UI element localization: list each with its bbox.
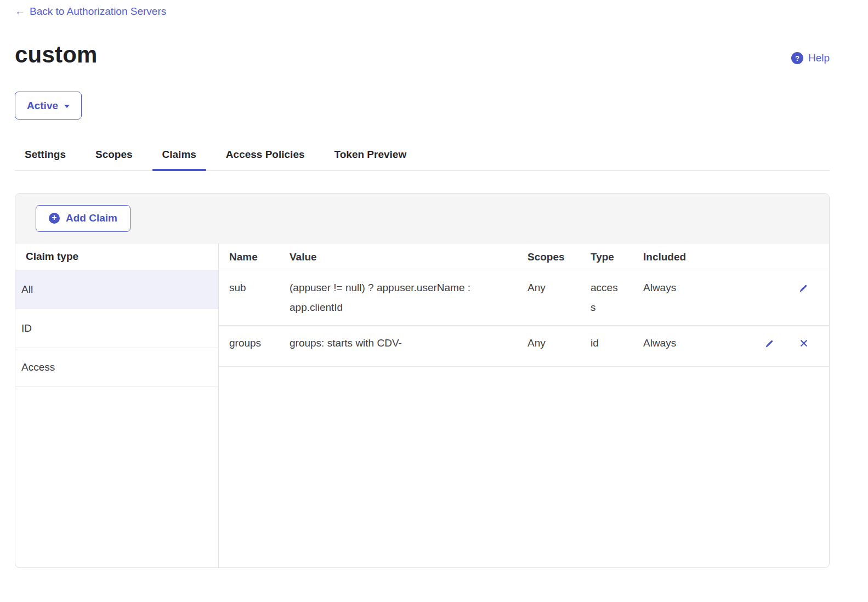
claims-card: + Add Claim Claim type All ID Access Nam…: [15, 193, 830, 568]
cell-claim-value: (appuser != null) ? appuser.userName : a…: [290, 270, 522, 325]
status-dropdown-label: Active: [27, 100, 58, 112]
close-icon: [799, 339, 808, 348]
chevron-down-icon: [64, 105, 70, 108]
tab-claims[interactable]: Claims: [152, 143, 206, 171]
edit-claim-button[interactable]: [764, 339, 774, 349]
claim-type-item-all[interactable]: All: [15, 270, 218, 309]
column-header-included: Included: [643, 243, 720, 270]
pencil-icon: [798, 283, 808, 293]
cell-claim-scopes: Any: [522, 326, 588, 366]
claim-type-item-access[interactable]: Access: [15, 348, 218, 387]
edit-claim-button[interactable]: [798, 283, 808, 293]
cell-claim-name: sub: [219, 270, 290, 325]
add-claim-label: Add Claim: [66, 212, 117, 224]
pencil-icon: [764, 339, 774, 349]
column-header-type: Type: [588, 243, 643, 270]
column-header-value: Value: [290, 243, 522, 270]
tab-settings[interactable]: Settings: [15, 143, 76, 171]
table-row: groups groups: starts with CDV- Any id A…: [219, 326, 829, 367]
tab-scopes[interactable]: Scopes: [86, 143, 143, 171]
add-claim-button[interactable]: + Add Claim: [36, 205, 131, 232]
cell-claim-included: Always: [643, 326, 720, 366]
status-dropdown[interactable]: Active: [15, 92, 82, 120]
plus-circle-icon: +: [49, 213, 60, 224]
back-link-label: Back to Authorization Servers: [30, 5, 166, 18]
table-header-row: Name Value Scopes Type Included: [219, 243, 829, 270]
tab-access-policies[interactable]: Access Policies: [216, 143, 315, 171]
claim-type-item-id[interactable]: ID: [15, 309, 218, 348]
tab-bar: Settings Scopes Claims Access Policies T…: [15, 143, 830, 171]
cell-claim-type: id: [588, 326, 643, 366]
claim-type-header: Claim type: [15, 243, 218, 270]
cell-claim-actions: [720, 326, 829, 366]
claims-toolbar: + Add Claim: [15, 194, 829, 243]
column-header-scopes: Scopes: [522, 243, 588, 270]
cell-claim-type: access: [588, 270, 643, 325]
cell-claim-actions: [720, 270, 829, 325]
cell-claim-included: Always: [643, 270, 720, 325]
back-link[interactable]: ← Back to Authorization Servers: [15, 5, 166, 18]
claims-table: Name Value Scopes Type Included sub (app…: [219, 243, 829, 567]
help-icon: ?: [791, 52, 803, 64]
help-button[interactable]: ? Help: [791, 52, 830, 64]
table-empty-area: [219, 367, 829, 567]
table-row: sub (appuser != null) ? appuser.userName…: [219, 270, 829, 326]
page-title: custom: [15, 42, 98, 68]
column-header-name: Name: [219, 243, 290, 270]
cell-claim-name: groups: [219, 326, 290, 366]
cell-claim-scopes: Any: [522, 270, 588, 325]
tab-token-preview[interactable]: Token Preview: [325, 143, 417, 171]
back-arrow-icon: ←: [15, 5, 25, 18]
delete-claim-button[interactable]: [799, 339, 808, 348]
help-label: Help: [808, 52, 830, 64]
claim-type-panel: Claim type All ID Access: [15, 243, 219, 567]
cell-claim-value: groups: starts with CDV-: [290, 326, 522, 366]
